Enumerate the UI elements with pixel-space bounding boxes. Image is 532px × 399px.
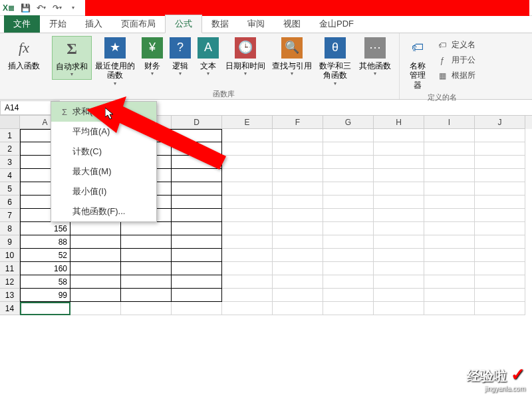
cell[interactable] bbox=[273, 222, 323, 235]
insert-function-button[interactable]: fx 插入函数 bbox=[4, 36, 44, 72]
use-in-formula-button[interactable]: ƒ用于公 bbox=[434, 53, 478, 68]
cell[interactable] bbox=[121, 289, 172, 302]
cell[interactable] bbox=[273, 209, 323, 222]
qat-customize-icon[interactable]: ▾ bbox=[66, 1, 80, 15]
cell[interactable] bbox=[374, 169, 424, 182]
define-name-button[interactable]: 🏷定义名 bbox=[434, 37, 478, 53]
cell[interactable] bbox=[222, 209, 273, 222]
cell[interactable] bbox=[273, 249, 323, 262]
column-header[interactable]: F bbox=[273, 116, 323, 129]
cell[interactable] bbox=[121, 302, 172, 315]
recent-functions-button[interactable]: ★ 最近使用的函数 ▾ bbox=[92, 36, 138, 88]
cell[interactable] bbox=[172, 275, 222, 289]
cell[interactable] bbox=[222, 289, 273, 302]
row-header[interactable]: 3 bbox=[0, 156, 20, 169]
cell[interactable] bbox=[475, 182, 525, 196]
cell[interactable] bbox=[70, 275, 121, 289]
cell[interactable] bbox=[323, 222, 374, 235]
cell[interactable] bbox=[121, 262, 172, 275]
cell[interactable] bbox=[222, 222, 273, 235]
row-header[interactable]: 4 bbox=[0, 169, 20, 182]
cell[interactable] bbox=[121, 249, 172, 262]
cell[interactable] bbox=[374, 129, 424, 142]
cell[interactable] bbox=[70, 289, 121, 302]
tab-pdf[interactable]: 金山PDF bbox=[310, 15, 363, 33]
row-header[interactable]: 5 bbox=[0, 182, 20, 196]
cell[interactable] bbox=[475, 249, 525, 262]
tab-insert[interactable]: 插入 bbox=[76, 15, 112, 33]
cell[interactable] bbox=[121, 222, 172, 235]
row-header[interactable]: 1 bbox=[0, 129, 20, 142]
cell[interactable] bbox=[273, 235, 323, 249]
cell[interactable] bbox=[20, 302, 70, 315]
row-header[interactable]: 2 bbox=[0, 142, 20, 156]
create-from-selection-button[interactable]: ▦根据所 bbox=[434, 68, 478, 83]
cell[interactable] bbox=[475, 275, 525, 289]
row-header[interactable]: 12 bbox=[0, 275, 20, 289]
datetime-button[interactable]: 🕒 日期和时间 ▾ bbox=[222, 36, 269, 78]
row-header[interactable]: 13 bbox=[0, 289, 20, 302]
tab-view[interactable]: 视图 bbox=[274, 15, 310, 33]
cell[interactable] bbox=[475, 169, 525, 182]
lookup-button[interactable]: 🔍 查找与引用 ▾ bbox=[269, 36, 315, 78]
tab-home[interactable]: 开始 bbox=[40, 15, 76, 33]
cell[interactable] bbox=[323, 169, 374, 182]
row-header[interactable]: 10 bbox=[0, 249, 20, 262]
cell[interactable] bbox=[323, 129, 374, 142]
cell[interactable] bbox=[273, 169, 323, 182]
cell[interactable] bbox=[222, 275, 273, 289]
cell[interactable] bbox=[323, 209, 374, 222]
cell[interactable]: 88 bbox=[20, 235, 70, 249]
cell[interactable] bbox=[121, 235, 172, 249]
cell[interactable] bbox=[323, 156, 374, 169]
cell[interactable]: 52 bbox=[20, 249, 70, 262]
cell[interactable] bbox=[475, 235, 525, 249]
column-header[interactable]: J bbox=[475, 116, 525, 129]
cell[interactable] bbox=[475, 222, 525, 235]
cell[interactable] bbox=[323, 302, 374, 315]
tab-data[interactable]: 数据 bbox=[202, 15, 238, 33]
tab-review[interactable]: 审阅 bbox=[238, 15, 274, 33]
undo-icon[interactable]: ↶▾ bbox=[35, 1, 48, 15]
cell[interactable] bbox=[222, 302, 273, 315]
math-trig-button[interactable]: θ 数学和三角函数 ▾ bbox=[315, 36, 355, 88]
cell[interactable] bbox=[323, 182, 374, 196]
cell[interactable]: 160 bbox=[20, 262, 70, 275]
cell[interactable] bbox=[273, 275, 323, 289]
cell[interactable] bbox=[172, 262, 222, 275]
cell[interactable] bbox=[374, 209, 424, 222]
redo-icon[interactable]: ↷▾ bbox=[51, 1, 64, 15]
cell[interactable] bbox=[323, 235, 374, 249]
cell[interactable] bbox=[121, 275, 172, 289]
cell[interactable] bbox=[273, 302, 323, 315]
cell[interactable] bbox=[374, 275, 424, 289]
cell[interactable] bbox=[323, 262, 374, 275]
select-all-corner[interactable] bbox=[0, 116, 20, 129]
cell[interactable] bbox=[70, 262, 121, 275]
column-header[interactable]: G bbox=[323, 116, 374, 129]
cell[interactable] bbox=[273, 262, 323, 275]
tab-formulas[interactable]: 公式 bbox=[165, 15, 202, 33]
cell[interactable] bbox=[475, 209, 525, 222]
cell[interactable] bbox=[273, 142, 323, 156]
cell[interactable] bbox=[172, 249, 222, 262]
cell[interactable] bbox=[424, 196, 475, 209]
cell[interactable] bbox=[323, 196, 374, 209]
cell[interactable] bbox=[172, 196, 222, 209]
cell[interactable] bbox=[374, 142, 424, 156]
cell[interactable] bbox=[273, 182, 323, 196]
cell[interactable] bbox=[475, 156, 525, 169]
cell[interactable] bbox=[222, 196, 273, 209]
cell[interactable] bbox=[424, 262, 475, 275]
logical-button[interactable]: ? 逻辑 ▾ bbox=[166, 36, 194, 78]
cell[interactable] bbox=[424, 169, 475, 182]
cell[interactable] bbox=[70, 235, 121, 249]
text-button[interactable]: A 文本 ▾ bbox=[194, 36, 222, 78]
cell[interactable] bbox=[374, 182, 424, 196]
row-header[interactable]: 6 bbox=[0, 196, 20, 209]
cell[interactable] bbox=[273, 129, 323, 142]
cell[interactable] bbox=[374, 289, 424, 302]
row-header[interactable]: 11 bbox=[0, 262, 20, 275]
column-header[interactable]: I bbox=[424, 116, 475, 129]
autosum-button[interactable]: Σ 自动求和 ▾ bbox=[52, 36, 92, 80]
